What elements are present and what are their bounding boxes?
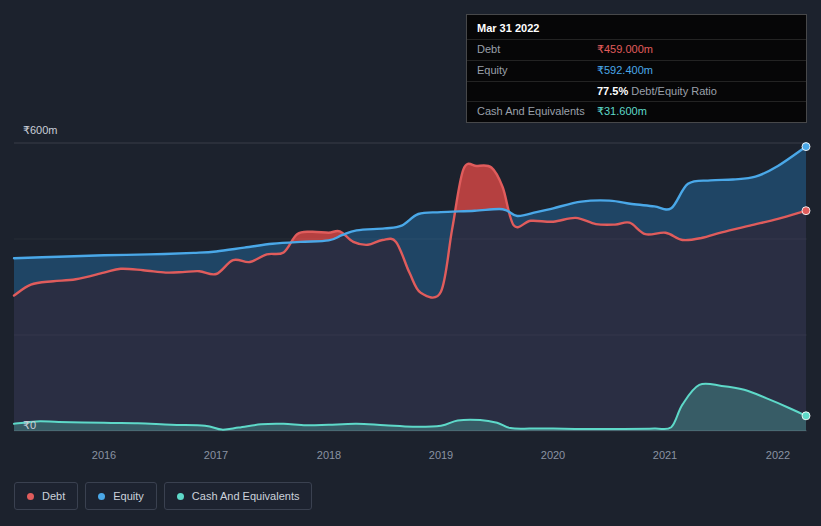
equity-marker xyxy=(802,143,810,151)
debt-equity-ratio: 77.5% Debt/Equity Ratio xyxy=(597,85,717,97)
x-tick-2022: 2022 xyxy=(766,449,790,461)
tooltip-row-cash: Cash And Equivalents ₹31.600m xyxy=(467,101,806,122)
ratio-value: 77.5% xyxy=(597,85,628,97)
x-tick-2018: 2018 xyxy=(317,449,341,461)
tooltip-row-label: Cash And Equivalents xyxy=(477,105,597,117)
x-tick-2020: 2020 xyxy=(541,449,565,461)
legend-label: Debt xyxy=(42,490,65,502)
tooltip-row-debt: Debt ₹459.000m xyxy=(467,39,806,60)
equity-value: ₹592.400m xyxy=(597,64,653,77)
tooltip-row-equity: Equity ₹592.400m xyxy=(467,60,806,81)
legend-label: Equity xyxy=(113,490,144,502)
ratio-label: Debt/Equity Ratio xyxy=(631,85,717,97)
x-tick-2019: 2019 xyxy=(429,449,453,461)
cash-dot-icon xyxy=(177,493,184,500)
legend-item-debt[interactable]: Debt xyxy=(14,482,78,510)
x-tick-2021: 2021 xyxy=(653,449,677,461)
tooltip-row-ratio: 77.5% Debt/Equity Ratio xyxy=(467,81,806,101)
x-tick-2017: 2017 xyxy=(204,449,228,461)
tooltip-row-label: Debt xyxy=(477,43,597,55)
legend-item-equity[interactable]: Equity xyxy=(85,482,157,510)
tooltip-row-label: Equity xyxy=(477,64,597,76)
cash-marker xyxy=(802,412,810,420)
cash-value: ₹31.600m xyxy=(597,105,647,118)
tooltip-date: Mar 31 2022 xyxy=(467,15,806,39)
x-tick-2016: 2016 xyxy=(92,449,116,461)
y-axis-label-600m: ₹600m xyxy=(23,124,58,137)
y-axis-label-0: ₹0 xyxy=(23,419,36,432)
tooltip: Mar 31 2022 Debt ₹459.000m Equity ₹592.4… xyxy=(466,14,807,123)
legend-item-cash-and-equivalents[interactable]: Cash And Equivalents xyxy=(164,482,313,510)
debt-dot-icon xyxy=(27,493,34,500)
legend: Debt Equity Cash And Equivalents xyxy=(14,482,312,510)
debt-marker xyxy=(802,207,810,215)
equity-dot-icon xyxy=(98,493,105,500)
debt-value: ₹459.000m xyxy=(597,43,653,56)
chart-panel: ₹600m ₹0 2016 2017 2018 2019 2020 2021 2… xyxy=(0,0,821,526)
legend-label: Cash And Equivalents xyxy=(192,490,300,502)
